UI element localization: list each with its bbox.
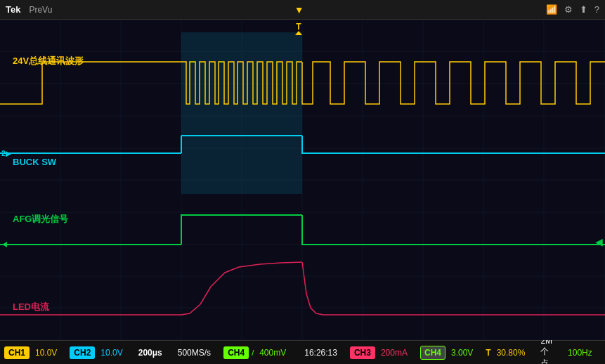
bandwidth: 100Hz <box>565 348 595 358</box>
ch1-voltage: 10.0V <box>32 348 60 358</box>
top-bar-left: Tek PreVu <box>6 4 52 15</box>
top-bar-right: 📶 ⚙ ⬆ ? <box>546 4 599 15</box>
time-display: 16:26:13 <box>301 348 340 358</box>
ch1-label: 24V总线通讯波形 <box>13 55 84 67</box>
ch2-label: BUCK SW <box>13 157 56 167</box>
ch4-slash: / <box>252 349 254 357</box>
prevu-label: PreVu <box>29 5 52 15</box>
upload-icon[interactable]: ⬆ <box>580 4 587 15</box>
scope-area: T 2▶ 24V总线通讯波形 BUCK SW AFG调光信号 LED电流 ◀ <box>0 20 605 340</box>
ch4-badge-2[interactable]: CH4 <box>420 346 445 360</box>
right-ch3-marker: ◀ <box>595 236 603 247</box>
tek-logo: Tek <box>6 4 20 15</box>
top-bar: Tek PreVu ▼ 📶 ⚙ ⬆ ? <box>0 0 605 20</box>
svg-text:T: T <box>296 22 301 32</box>
timebase-value: 200μs <box>136 348 165 358</box>
svg-rect-21 <box>181 32 302 194</box>
ch1-badge[interactable]: CH1 <box>4 346 30 359</box>
settings-icon[interactable]: ⚙ <box>564 4 573 15</box>
trigger-top-arrow: ▼ <box>294 4 304 15</box>
wifi-icon[interactable]: 📶 <box>546 4 557 15</box>
ch4-label: LED电流 <box>13 301 49 313</box>
waveform-canvas: T 2▶ <box>0 20 605 340</box>
ch4-badge[interactable]: CH4 <box>223 346 249 359</box>
ch3-badge[interactable]: CH3 <box>350 346 375 359</box>
help-icon[interactable]: ? <box>594 4 599 15</box>
status-bar: CH1 10.0V CH2 10.0V 200μs 500MS/s CH4 / … <box>0 340 605 364</box>
ch3-current: 200mA <box>378 348 410 358</box>
trigger-pct: 30.80% <box>494 348 528 358</box>
ch3-label: AFG调光信号 <box>13 213 68 226</box>
sample-rate: 500MS/s <box>175 348 214 358</box>
ch4-voltage-2: 3.00V <box>448 348 476 358</box>
top-bar-center: ▼ <box>52 4 545 15</box>
ch4-voltage: 400mV <box>256 348 289 358</box>
trigger-label: T <box>486 348 490 358</box>
ch2-voltage: 10.0V <box>98 348 125 358</box>
ch2-badge[interactable]: CH2 <box>70 346 95 359</box>
svg-text:2▶: 2▶ <box>1 150 12 157</box>
